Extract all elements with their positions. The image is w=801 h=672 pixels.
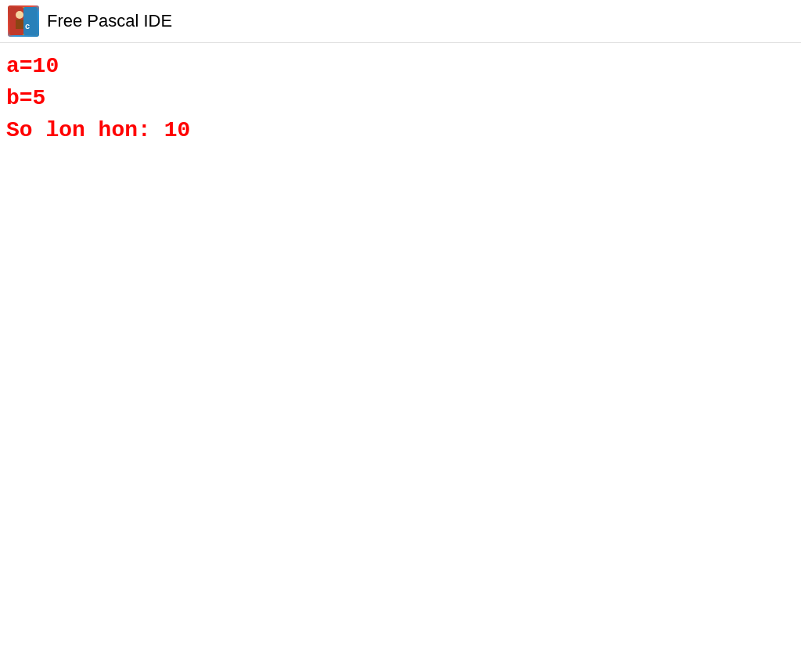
output-line-1: a=10 [6,51,795,81]
output-line-3: So lon hon: 10 [6,115,795,146]
svg-rect-4 [16,20,23,29]
app-icon-svg: c [9,7,38,35]
window-title: Free Pascal IDE [47,11,172,31]
app-icon: c [8,5,39,37]
output-area: a=10 b=5 So lon hon: 10 [0,43,801,156]
output-line-2: b=5 [6,83,795,113]
title-bar: c Free Pascal IDE [0,0,801,43]
svg-text:c: c [25,21,30,31]
svg-point-3 [16,11,23,19]
